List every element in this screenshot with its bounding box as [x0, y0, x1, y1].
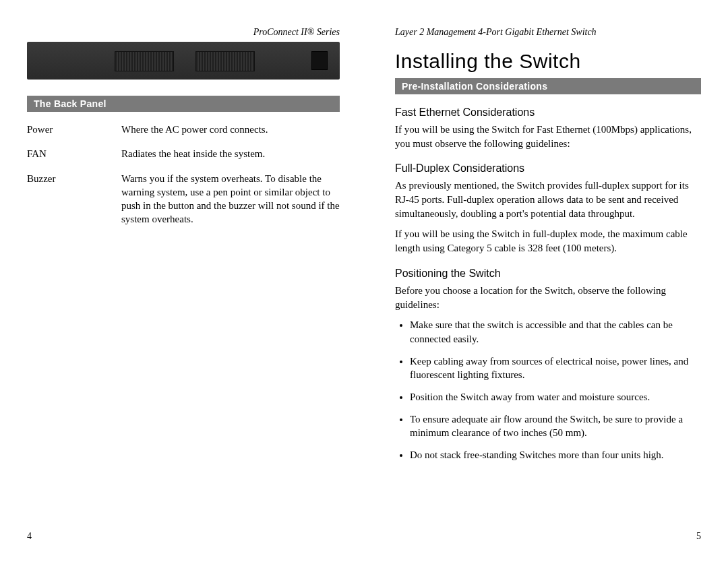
page-title: Installing the Switch — [395, 50, 701, 73]
subheading-full-duplex: Full-Duplex Considerations — [395, 162, 701, 175]
section-bar-preinstall: Pre-Installation Considerations — [395, 78, 701, 94]
def-desc: Warns you if the system overheats. To di… — [121, 172, 340, 226]
def-term: FAN — [27, 147, 121, 160]
def-desc: Radiates the heat inside the system. — [121, 147, 340, 160]
body-text: As previously mentioned, the Switch prov… — [395, 179, 701, 220]
left-page: ProConnect II® Series The Back Panel Pow… — [0, 0, 364, 562]
def-term: Buzzer — [27, 172, 121, 226]
subheading-positioning: Positioning the Switch — [395, 268, 701, 280]
def-row: Buzzer Warns you if the system overheats… — [27, 172, 340, 226]
list-item: Make sure that the switch is accessible … — [410, 318, 701, 346]
def-row: FAN Radiates the heat inside the system. — [27, 147, 340, 160]
def-row: Power Where the AC power cord connects. — [27, 123, 340, 136]
body-text: If you will be using the Switch in full-… — [395, 227, 701, 255]
def-term: Power — [27, 123, 121, 136]
guidelines-list: Make sure that the switch is accessible … — [395, 318, 701, 462]
running-head-right: Layer 2 Management 4-Port Gigabit Ethern… — [395, 27, 701, 38]
page-number-left: 4 — [27, 531, 32, 542]
back-panel-photo — [27, 42, 340, 80]
definitions-list: Power Where the AC power cord connects. … — [27, 123, 340, 226]
list-item: Position the Switch away from water and … — [410, 390, 701, 404]
section-bar-back-panel: The Back Panel — [27, 96, 340, 112]
list-item: To ensure adequate air flow around the S… — [410, 412, 701, 440]
subheading-fast-ethernet: Fast Ethernet Considerations — [395, 106, 701, 119]
list-item: Do not stack free-standing Switches more… — [410, 448, 701, 462]
body-text: Before you choose a location for the Swi… — [395, 284, 701, 311]
right-page: Layer 2 Management 4-Port Gigabit Ethern… — [364, 0, 728, 562]
running-head-left: ProConnect II® Series — [27, 27, 340, 38]
def-desc: Where the AC power cord connects. — [121, 123, 340, 136]
body-text: If you will be using the Switch for Fast… — [395, 123, 701, 150]
page-number-right: 5 — [696, 531, 701, 542]
list-item: Keep cabling away from sources of electr… — [410, 354, 701, 382]
